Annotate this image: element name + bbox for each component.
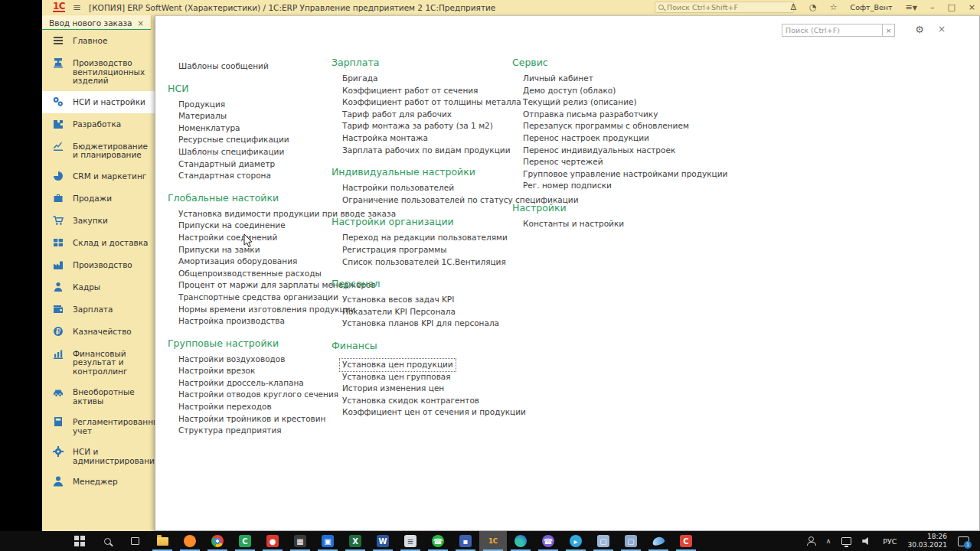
menu-link[interactable]: Стандартный диаметр — [168, 158, 332, 171]
menu-link[interactable]: Установка цен групповая — [332, 371, 512, 383]
menu-link[interactable]: Бригада — [332, 73, 512, 85]
1c-enterprise-icon[interactable]: 1С — [479, 531, 507, 551]
close-button[interactable]: × — [969, 0, 975, 15]
menu-link[interactable]: Константы и настройки — [512, 218, 719, 230]
menu-link[interactable]: Настройки дроссель-клапана — [168, 377, 332, 390]
excel-icon[interactable]: X — [341, 531, 369, 551]
language-indicator[interactable]: РУС — [883, 537, 897, 546]
menu-link[interactable]: Перенос чертежей — [512, 156, 719, 168]
menu-link[interactable]: Показатели KPI Персонала — [332, 306, 512, 318]
menu-link[interactable]: Установка скидок контрагентов — [332, 395, 512, 407]
menu-link[interactable]: Коэффициент работ от сечения — [332, 85, 512, 97]
menu-link[interactable]: Структура предприятия — [168, 425, 332, 437]
search-clear-icon[interactable]: × — [883, 24, 895, 37]
maximize-button[interactable]: □ — [947, 0, 955, 15]
menu-link[interactable]: Переход на редакции пользователями — [332, 232, 512, 244]
minimize-button[interactable]: – — [930, 0, 935, 15]
notification-center-icon[interactable]: 1 — [958, 536, 969, 546]
sidebar-item-vent-production[interactable]: Производство вентиляционных изделий — [42, 52, 155, 91]
menu-link[interactable]: Коэффициент работ от толщины металла — [332, 96, 512, 109]
menu-link[interactable]: Общепроизводственные расходы — [168, 268, 332, 280]
sidebar-item-nsi-admin[interactable]: НСИ и администрирование — [42, 441, 155, 471]
menu-link[interactable]: Установка видимости продукции при вводе … — [168, 208, 332, 220]
menu-link[interactable]: Припуски на соединение — [168, 220, 332, 232]
menu-link[interactable]: Установка цен продукции — [340, 359, 456, 371]
whatsapp-icon[interactable]: ☎ — [424, 531, 452, 551]
tab-new-order[interactable]: Ввод нового заказа × — [42, 15, 152, 31]
menu-link[interactable]: Личный кабинет — [512, 73, 719, 85]
camtasia-icon[interactable]: C — [231, 531, 259, 551]
global-search[interactable] — [655, 2, 794, 13]
sidebar-item-hr[interactable]: Кадры — [42, 276, 155, 298]
menu-link[interactable]: Тариф монтажа за работу (за 1 м2) — [332, 120, 512, 132]
viber-icon[interactable]: ☎ — [534, 531, 562, 551]
sidebar-item-nsi-settings[interactable]: НСИ и настройки — [42, 91, 155, 113]
word-icon[interactable]: W — [369, 531, 397, 551]
sidebar-item-main[interactable]: Главное — [42, 30, 155, 52]
grid-app-icon[interactable]: ▦ — [286, 531, 314, 551]
taskbar-search-button[interactable] — [93, 531, 121, 551]
menu-link[interactable]: Процент от маржи для зарплаты менеджеров — [168, 279, 332, 292]
menu-link[interactable]: Перенос индивидуальных настроек — [512, 145, 719, 157]
favorites-star-icon[interactable]: ☆ — [830, 0, 838, 15]
menu-link[interactable]: Настройки воздуховодов — [168, 354, 332, 366]
edge-icon[interactable] — [507, 531, 534, 551]
menu-link[interactable]: Демо доступ (облако) — [512, 85, 719, 97]
menu-link[interactable]: Стандартная сторона — [168, 170, 332, 182]
menu-link[interactable]: Шаблоны спецификации — [168, 146, 332, 158]
menu-link[interactable]: Настройки отводов круглого сечения — [168, 389, 332, 401]
recorder-icon[interactable]: ● — [259, 531, 286, 551]
panel-search-input[interactable] — [782, 24, 883, 37]
menu-link[interactable]: Установка весов задач KPI — [332, 294, 512, 306]
photos-icon[interactable]: ▣ — [314, 531, 341, 551]
menu-link[interactable]: Рег. номер подписки — [512, 180, 719, 192]
sidebar-item-budgeting[interactable]: Бюджетирование и планирование — [42, 135, 155, 165]
menu-link[interactable]: Нормы времени изготовления продукции — [168, 304, 332, 316]
menu-link[interactable]: Материалы — [168, 110, 332, 122]
history-icon[interactable]: ◔ — [809, 0, 817, 15]
network-icon[interactable] — [841, 537, 851, 545]
floppy-1c-icon[interactable]: ▪ — [452, 531, 479, 551]
sidebar-item-salary[interactable]: Зарплата — [42, 298, 155, 321]
panel-close-icon[interactable]: × — [938, 24, 946, 34]
clock[interactable]: 18:26 30.03.2021 — [907, 533, 947, 550]
red-c-app-icon[interactable]: C — [672, 531, 700, 551]
people-icon[interactable] — [807, 536, 815, 546]
sidebar-item-fin-result[interactable]: Финансовый результат и контроллинг — [42, 343, 155, 382]
menu-link[interactable]: Групповое управление настройками продукц… — [512, 168, 719, 181]
menu-link[interactable]: Настройка монтажа — [332, 132, 512, 145]
remote-pc-2-icon[interactable]: ▢ — [617, 531, 645, 551]
menu-link[interactable]: Коэффициент цен от сечения и продукции — [332, 406, 512, 419]
volume-icon[interactable] — [862, 537, 872, 546]
sidebar-item-crm[interactable]: CRM и маркетинг — [42, 165, 155, 187]
telegram-icon[interactable]: ▸ — [562, 531, 590, 551]
hidden-icons-chevron[interactable]: ∧ — [826, 537, 831, 545]
menu-link[interactable]: Ресурсные спецификации — [168, 134, 332, 146]
sidebar-item-manager[interactable]: Менеджер — [42, 471, 155, 493]
menu-link[interactable]: Перенос настроек продукции — [512, 132, 719, 145]
menu-link[interactable]: Номенклатура — [168, 122, 332, 135]
menu-link[interactable]: Настройка производства — [168, 315, 332, 328]
sidebar-item-treasury[interactable]: Казначейство — [42, 321, 155, 343]
menu-link[interactable]: Список пользователей 1С.Вентиляция — [332, 256, 512, 269]
notepad-icon[interactable]: ≡ — [397, 531, 424, 551]
panel-search[interactable]: × — [782, 24, 895, 37]
menu-link[interactable]: История изменения цен — [332, 383, 512, 395]
menu-link[interactable]: Амортизация оборудования — [168, 256, 332, 268]
menu-link[interactable]: Текущий релиз (описание) — [512, 96, 719, 109]
sidebar-item-purchases[interactable]: Закупки — [42, 210, 155, 232]
menu-link[interactable]: Настройки тройников и крестовин — [168, 413, 332, 425]
remote-pc-icon[interactable]: ▢ — [590, 531, 617, 551]
menu-link[interactable]: Ограничение пользователей по статусу спе… — [332, 194, 512, 207]
menu-link[interactable]: Продукция — [168, 99, 332, 111]
menu-link[interactable]: Тариф работ для рабочих — [332, 109, 512, 121]
main-menu-icon[interactable]: ≡ — [73, 2, 81, 13]
menu-link[interactable]: Транспортные средства организации — [168, 292, 332, 304]
menu-link[interactable]: Настройки переходов — [168, 401, 332, 413]
tab-close-icon[interactable]: × — [137, 19, 143, 28]
start-button[interactable] — [66, 531, 93, 551]
swoosh-app-icon[interactable] — [645, 531, 672, 551]
gear-icon[interactable]: ⚙ — [915, 24, 924, 35]
menu-link[interactable]: Перезапуск программы с обновлением — [512, 120, 719, 132]
sidebar-item-sales[interactable]: Продажи — [42, 187, 155, 210]
